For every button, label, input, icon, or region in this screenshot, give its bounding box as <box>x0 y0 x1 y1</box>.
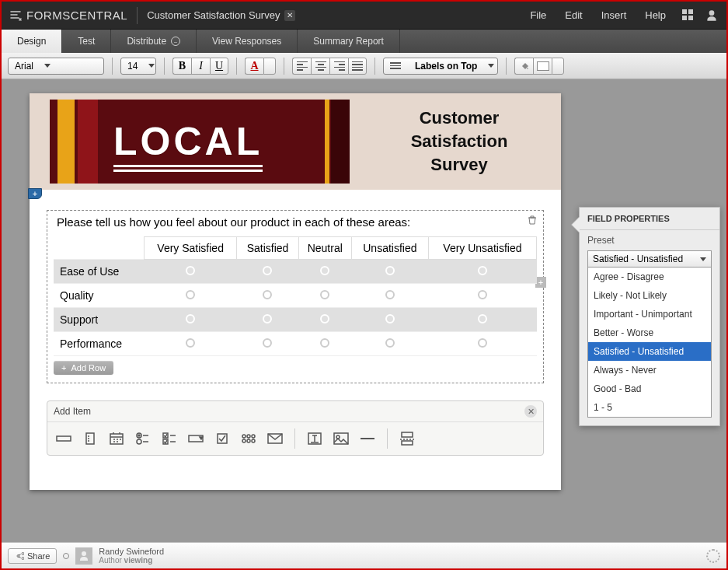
add-row-label: Add Row <box>71 363 106 372</box>
preset-option[interactable]: Satisfied - Unsatisfied <box>588 342 711 361</box>
page-break-icon[interactable] <box>397 429 417 448</box>
menu-insert[interactable]: Insert <box>601 9 627 21</box>
preset-option[interactable]: 1 - 5 <box>588 398 711 417</box>
add-column-icon[interactable]: + <box>535 277 546 288</box>
fill-color-button[interactable] <box>514 58 533 75</box>
single-checkbox-icon[interactable] <box>212 429 232 448</box>
email-field-icon[interactable] <box>265 429 285 448</box>
checkbox-group-icon[interactable] <box>159 429 179 448</box>
tab-view-responses[interactable]: View Responses <box>197 30 298 53</box>
image-icon[interactable] <box>331 429 351 448</box>
tab-distribute[interactable]: Distribute– <box>111 30 197 53</box>
matrix-cell[interactable] <box>298 308 351 332</box>
preset-option[interactable]: Always - Never <box>588 361 711 379</box>
matrix-cell[interactable] <box>351 260 428 284</box>
dropdown-icon[interactable] <box>186 429 206 448</box>
matrix-cell[interactable] <box>237 260 298 284</box>
document-tab[interactable]: Customer Satisfaction Survey ✕ <box>147 9 295 21</box>
matrix-cell[interactable] <box>237 332 298 356</box>
field-properties-title: FIELD PROPERTIES <box>580 208 719 230</box>
question-text[interactable]: Please tell us how you feel about our pr… <box>54 214 537 236</box>
preset-option[interactable]: Likely - Not Likely <box>588 286 711 305</box>
matrix-cell[interactable] <box>298 332 351 356</box>
share-button[interactable]: Share <box>8 548 57 564</box>
text-color-button[interactable]: A <box>245 58 263 75</box>
row-label[interactable]: Performance <box>54 332 144 356</box>
menu-help[interactable]: Help <box>645 9 666 21</box>
svg-rect-20 <box>402 432 413 437</box>
add-row-button[interactable]: +Add Row <box>54 361 113 375</box>
text-color-dropdown[interactable] <box>263 58 276 75</box>
preset-options-list: Agree - Disagree Likely - Not Likely Imp… <box>587 268 712 418</box>
matrix-cell[interactable] <box>298 260 351 284</box>
apps-icon[interactable] <box>681 9 695 23</box>
underline-button[interactable]: U <box>210 58 228 75</box>
matrix-cell[interactable] <box>237 284 298 308</box>
close-add-item-icon[interactable]: ✕ <box>524 405 537 418</box>
tab-test[interactable]: Test <box>62 30 111 53</box>
matrix-cell[interactable] <box>351 332 428 356</box>
delete-question-icon[interactable] <box>526 214 538 226</box>
radio-group-icon[interactable] <box>133 429 153 448</box>
work-area: LOCAL Customer Satisfaction Survey + Ple… <box>2 79 726 542</box>
font-size-dropdown[interactable]: 14 <box>120 58 156 75</box>
menu-file[interactable]: File <box>530 9 546 21</box>
fill-color-dropdown[interactable] <box>552 58 564 75</box>
single-line-text-icon[interactable] <box>54 429 74 448</box>
align-justify-button[interactable] <box>348 58 367 75</box>
bold-button[interactable]: B <box>172 58 191 75</box>
col-header[interactable]: Very Satisfied <box>144 237 237 260</box>
date-field-icon[interactable] <box>106 429 127 448</box>
matrix-cell[interactable] <box>144 332 237 356</box>
svg-point-4 <box>138 435 140 436</box>
align-left-button[interactable] <box>292 58 311 75</box>
preset-option[interactable]: Good - Bad <box>588 379 711 398</box>
matrix-cell[interactable] <box>144 260 237 284</box>
tab-summary-report[interactable]: Summary Report <box>298 30 400 53</box>
italic-button[interactable]: I <box>191 58 210 75</box>
rating-scale-icon[interactable] <box>239 429 259 448</box>
close-doc-icon[interactable]: ✕ <box>284 10 295 21</box>
multi-line-text-icon[interactable] <box>80 429 100 448</box>
matrix-cell[interactable] <box>144 308 237 332</box>
row-label[interactable]: Quality <box>54 284 144 308</box>
flyout-arrow <box>572 217 580 233</box>
labels-position-label: Labels on Top <box>415 61 477 72</box>
row-label[interactable]: Support <box>54 308 144 332</box>
form-page: LOCAL Customer Satisfaction Survey + Ple… <box>30 93 561 490</box>
matrix-cell[interactable] <box>428 308 536 332</box>
preset-option[interactable]: Better - Worse <box>588 323 711 342</box>
menu-edit[interactable]: Edit <box>565 9 582 21</box>
tab-design[interactable]: Design <box>2 30 62 53</box>
fill-swatch-button[interactable] <box>533 58 552 75</box>
col-header[interactable]: Satisfied <box>237 237 298 260</box>
preset-option[interactable]: Important - Unimportant <box>588 305 711 323</box>
col-header[interactable]: Neutral <box>298 237 351 260</box>
matrix-cell[interactable] <box>237 308 298 332</box>
matrix-cell[interactable] <box>298 284 351 308</box>
formatted-text-icon[interactable] <box>305 429 325 448</box>
align-right-button[interactable] <box>329 58 348 75</box>
user-icon[interactable] <box>705 9 719 23</box>
font-family-dropdown[interactable]: Arial <box>8 58 104 75</box>
matrix-cell[interactable] <box>428 332 536 356</box>
col-header[interactable]: Very Unsatisfied <box>428 237 536 260</box>
matrix-cell[interactable] <box>428 284 536 308</box>
matrix-question[interactable]: Please tell us how you feel about our pr… <box>47 210 544 383</box>
row-label[interactable]: Ease of Use <box>54 260 144 284</box>
matrix-cell[interactable] <box>351 308 428 332</box>
tab-summary-report-label: Summary Report <box>313 36 384 47</box>
preset-option[interactable]: Agree - Disagree <box>588 268 711 286</box>
matrix-cell[interactable] <box>428 260 536 284</box>
add-element-handle[interactable]: + <box>28 188 42 199</box>
svg-point-14 <box>247 439 250 442</box>
horizontal-line-icon[interactable] <box>357 429 378 448</box>
preset-dropdown[interactable]: Satisfied - Unsatisfied <box>587 250 712 268</box>
align-center-button[interactable] <box>311 58 329 75</box>
col-header[interactable]: Unsatisfied <box>351 237 428 260</box>
author-avatar[interactable] <box>75 547 92 565</box>
matrix-cell[interactable] <box>144 284 237 308</box>
labels-position-dropdown[interactable]: Labels on Top <box>383 58 498 75</box>
matrix-cell[interactable] <box>351 284 428 308</box>
font-family-label: Arial <box>15 61 33 72</box>
